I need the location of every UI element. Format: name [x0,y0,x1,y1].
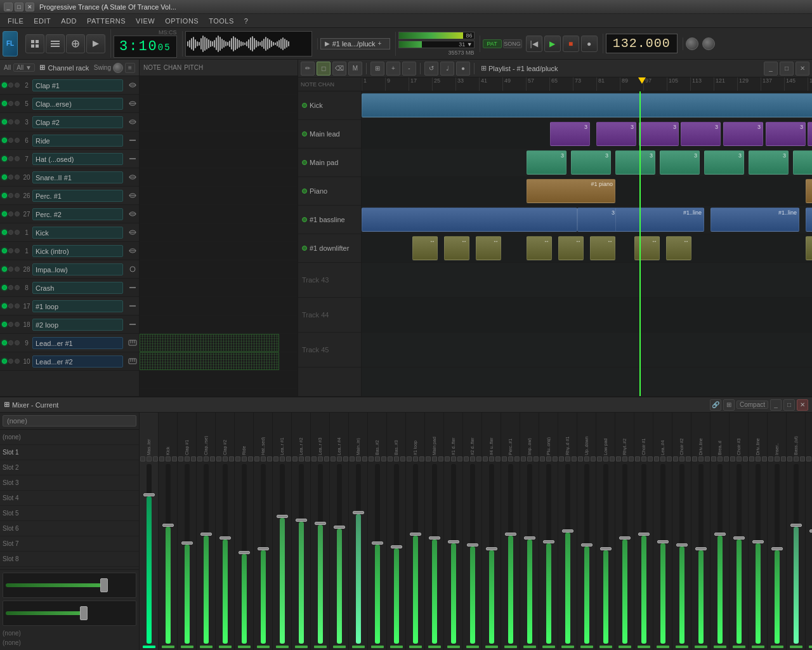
channel-btn[interactable] [8,101,13,106]
channel-btn[interactable] [8,175,13,180]
channel-row[interactable]: 20Snare..II #1 [0,168,139,187]
channel-green-led[interactable] [2,340,7,345]
mixer-mini-btn[interactable] [756,456,761,461]
mixer-mini-btn[interactable] [527,456,532,461]
mixer-mini-btn[interactable] [324,456,329,461]
mixer-strip[interactable]: Clap #1 [178,413,197,650]
mixer-mini-btn[interactable] [711,456,716,461]
mixer-strip[interactable]: Lea..r #4 [330,413,349,650]
channel-btn[interactable] [8,285,13,290]
bpm-display[interactable]: 132.000 [606,34,678,53]
channel-name[interactable]: #1 loop [32,300,123,312]
mixer-mini-btn[interactable] [508,456,513,461]
track-label[interactable]: Track 44 [298,298,361,333]
channel-btn[interactable] [15,101,20,106]
mixer-strip[interactable]: #2 d..fter [463,413,482,650]
playlist-block[interactable]: ↔ [806,236,812,260]
mixer-mini-btn[interactable] [667,456,672,461]
mixer-strip[interactable]: Inser.. [768,413,787,650]
channel-btn[interactable] [8,248,13,253]
mixer-mini-btn[interactable] [204,456,209,461]
playlist-block[interactable]: 3 [615,150,655,175]
swing-knob[interactable] [113,63,123,73]
channel-name[interactable]: Perc. #2 [32,208,123,220]
mixer-mini-btn[interactable] [337,456,342,461]
mixer-mini-btn[interactable] [216,456,221,461]
channel-green-led[interactable] [2,138,7,143]
playlist-block[interactable]: 3 [723,122,763,146]
pl-record[interactable]: ● [456,62,470,76]
h-fader-handle-2[interactable] [80,606,88,620]
mixer-mini-btn[interactable] [413,456,418,461]
mixer-fader-handle[interactable] [657,540,669,543]
channel-green-led[interactable] [2,101,7,106]
pl-tool-select[interactable]: ◻ [317,62,331,76]
channel-row[interactable]: 5Clap...erse) [0,95,139,113]
mixer-none-selector[interactable]: (none) [3,415,136,427]
menu-file[interactable]: FILE [3,16,29,26]
playlist-block[interactable]: ↔ [412,236,438,260]
channel-name[interactable]: Lead...er #1 [32,337,123,349]
mixer-mini-btn[interactable] [635,456,640,461]
mixer-strip[interactable]: Drum..ut) [806,413,812,650]
mixer-strip[interactable]: Mas..ter [140,413,159,650]
playlist-block[interactable]: #1..line [615,208,704,232]
mixer-mini-btn[interactable] [311,456,317,461]
mixer-strip[interactable]: Ride [235,413,254,650]
mixer-mini-btn[interactable] [343,456,348,461]
channel-green-led[interactable] [2,322,7,327]
playlist-block[interactable]: 3 [639,122,679,146]
channel-green-led[interactable] [2,175,7,180]
channel-btn[interactable] [15,359,20,364]
channel-green-led[interactable] [2,211,7,216]
mixer-mini-btn[interactable] [603,456,608,461]
channel-green-led[interactable] [2,119,7,124]
mixer-mini-btn[interactable] [743,456,748,461]
stop-button[interactable]: ■ [563,36,579,52]
mixer-strip[interactable]: Choir #2 [672,413,691,650]
track-label[interactable]: Track 43 [298,263,361,298]
playlist-block[interactable]: 3 [808,122,812,146]
mixer-fader-handle[interactable] [676,543,688,547]
channel-green-led[interactable] [2,248,7,253]
track-row[interactable]: #1 piano#1...ano [362,177,812,206]
mixer-fader-handle[interactable] [181,541,193,545]
mixer-mini-btn[interactable] [521,456,526,461]
mixer-fader-handle[interactable] [790,524,802,527]
pl-minimize[interactable]: _ [764,62,778,76]
channel-btn[interactable] [8,303,13,308]
channel-name[interactable]: Lead...er #2 [32,355,123,368]
playhead-triangle[interactable] [638,77,646,84]
channel-btn[interactable] [15,230,20,235]
mixer-mini-btn[interactable] [514,456,520,461]
mixer-mini-btn[interactable] [229,456,234,461]
mixer-mini-btn[interactable] [407,456,412,461]
mixer-mini-btn[interactable] [350,456,355,461]
pl-close[interactable]: ✕ [796,62,809,76]
channel-name[interactable]: Hat (...osed) [32,153,123,165]
playlist-block[interactable]: ↔ [634,236,660,260]
track-label[interactable]: Track 45 [298,333,361,368]
track-label[interactable]: #1 downlifter [298,234,361,263]
channel-btn[interactable] [8,119,13,124]
mixer-mini-btn[interactable] [185,456,190,461]
all-button[interactable]: All [4,64,11,71]
mixer-strip[interactable]: Perc..#1 [501,413,520,650]
pl-snap[interactable]: ⊞ [370,62,384,76]
mixer-strip[interactable]: Choir #3 [730,413,749,650]
mixer-strip[interactable]: Main pad [425,413,444,650]
master-vol-knob[interactable] [686,37,698,50]
channel-btn[interactable] [15,156,20,161]
channel-btn[interactable] [15,175,20,180]
mixer-strip[interactable]: Rhyt..#2 [615,413,634,650]
pl-tool-erase[interactable]: ⌫ [332,62,346,76]
channel-name[interactable]: Kick [32,227,123,239]
mixer-mini-btn[interactable] [438,456,443,461]
mixer-slot[interactable]: Slot 7 [0,536,139,552]
mixer-strip[interactable]: Driv..line [691,413,710,650]
playlist-block[interactable]: ↔ [666,236,691,260]
mixer-mini-btn[interactable] [616,456,621,461]
pl-tool-draw[interactable]: ✏ [301,62,315,76]
mixer-mini-btn[interactable] [159,456,164,461]
toolbar-btn-3[interactable] [66,34,85,53]
